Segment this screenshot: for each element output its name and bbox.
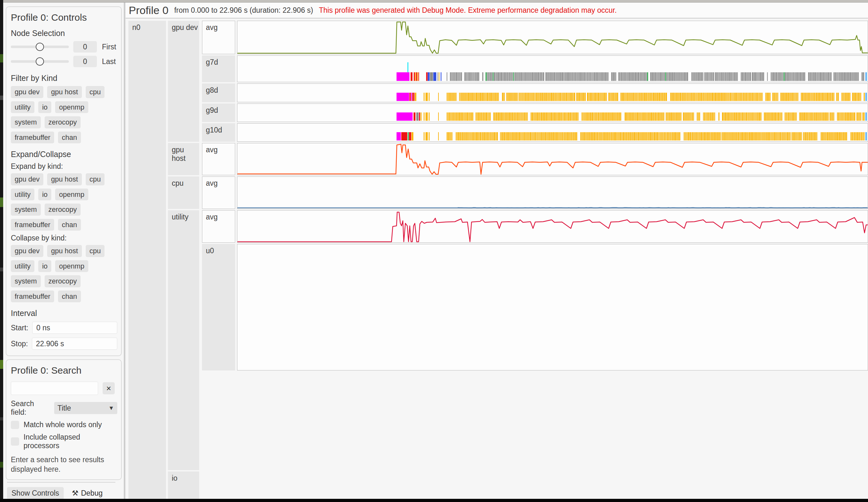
chart-canvas-g10d-4[interactable] [237, 124, 868, 142]
chart-canvas-avg-6[interactable] [237, 177, 868, 209]
node-first-slider-knob[interactable] [36, 43, 44, 51]
interval-stop-input[interactable]: 22.906 s [32, 338, 117, 350]
chart-u0[interactable] [237, 244, 868, 370]
search-field-value: Title [58, 404, 71, 412]
include-collapsed-label: Include collapsed processors [23, 433, 117, 450]
debug-button[interactable]: ⚒ Debug [72, 489, 103, 498]
search-panel: Profile 0: Search × Search field: Title … [6, 359, 122, 480]
filter-kind-button-gpu-dev[interactable]: gpu dev [11, 86, 43, 98]
expand-kind-button-openmp[interactable]: openmp [55, 189, 88, 201]
filter-kind-button-io[interactable]: io [38, 101, 51, 113]
expand-kind-button-system[interactable]: system [11, 203, 41, 216]
search-field-dropdown[interactable]: Title ▼ [54, 402, 117, 414]
expand-kind-button-framebuffer[interactable]: framebuffer [11, 219, 54, 231]
proc-label-utility-avg[interactable]: avg [202, 210, 235, 243]
chart-g8d[interactable] [237, 83, 868, 102]
desktop-speck [0, 96, 3, 100]
proc-label-gpu-dev-avg[interactable]: avg [202, 21, 235, 54]
filter-kind-button-framebuffer[interactable]: framebuffer [11, 132, 54, 144]
chart-gpu-host-avg[interactable] [237, 143, 868, 175]
filter-kind-button-utility[interactable]: utility [11, 101, 34, 113]
collapse-kind-button-cpu[interactable]: cpu [86, 245, 104, 257]
chart-g9d[interactable] [237, 104, 868, 122]
kind-cell-io[interactable]: io [168, 471, 199, 502]
collapse-kind-button-utility[interactable]: utility [11, 260, 34, 272]
node-first-slider[interactable] [11, 45, 69, 48]
search-clear-button[interactable]: × [103, 382, 115, 394]
expand-collapse-heading: Expand/Collapse [11, 150, 117, 159]
expand-kind-button-gpu-dev[interactable]: gpu dev [11, 173, 43, 185]
desktop-speck [0, 417, 3, 420]
collapse-kind-button-chan[interactable]: chan [58, 291, 81, 303]
expand-by-kind-label: Expand by kind: [11, 162, 117, 171]
collapse-kind-button-gpu-dev[interactable]: gpu dev [11, 245, 43, 257]
collapse-kind-button-openmp[interactable]: openmp [55, 260, 88, 272]
page-title: Profile 0 [129, 4, 168, 17]
node-first-value[interactable]: 0 [73, 41, 97, 53]
chart-canvas-g9d-3[interactable] [237, 104, 868, 122]
show-controls-button[interactable]: Show Controls [7, 487, 64, 500]
kind-cell-cpu[interactable]: cpu [168, 177, 199, 209]
filter-kind-button-system[interactable]: system [11, 116, 41, 128]
proc-label-cpu-avg[interactable]: avg [202, 177, 235, 209]
chart-canvas-g8d-2[interactable] [237, 84, 868, 102]
collapse-kind-button-zerocopy[interactable]: zerocopy [45, 275, 81, 287]
chart-g10d[interactable] [237, 123, 868, 142]
collapse-kind-button-system[interactable]: system [11, 275, 41, 287]
chart-canvas-g7d-1[interactable] [237, 56, 868, 82]
expand-kind-button-utility[interactable]: utility [11, 189, 34, 201]
proc-label-g9d[interactable]: g9d [202, 104, 235, 122]
proc-label-gpu-host-avg[interactable]: avg [202, 143, 235, 175]
collapse-kind-button-gpu-host[interactable]: gpu host [47, 245, 82, 257]
filter-kind-button-gpu-host[interactable]: gpu host [47, 86, 82, 98]
node-cell-n0[interactable]: n0 [128, 21, 166, 502]
expand-kind-button-zerocopy[interactable]: zerocopy [45, 203, 81, 216]
include-collapsed-checkbox[interactable] [11, 437, 19, 446]
proc-label-u0[interactable]: u0 [202, 244, 235, 370]
kind-cell-utility[interactable]: utility [168, 210, 199, 470]
node-first-label: First [102, 43, 116, 51]
match-whole-words-checkbox[interactable] [11, 421, 19, 429]
chart-cpu-avg[interactable] [237, 177, 868, 209]
expand-kind-button-gpu-host[interactable]: gpu host [47, 173, 82, 185]
debug-hammer-icon: ⚒ [72, 489, 79, 497]
filter-kind-button-cpu[interactable]: cpu [86, 86, 104, 98]
panel-divider[interactable] [124, 2, 125, 499]
profile-range-text: from 0.000 to 22.906 s (duration: 22.906… [174, 6, 313, 15]
chart-utility-avg[interactable] [237, 210, 868, 243]
expand-kind-button-io[interactable]: io [38, 189, 51, 201]
window-top-chrome [3, 0, 868, 2]
interval-start-input[interactable]: 0 ns [32, 322, 117, 334]
node-last-value[interactable]: 0 [73, 56, 97, 67]
proc-label-g7d[interactable]: g7d [202, 55, 235, 82]
search-input[interactable] [11, 381, 98, 395]
desktop-speck [0, 198, 3, 207]
filter-kind-button-zerocopy[interactable]: zerocopy [45, 116, 81, 128]
search-hint-text: Enter a search to see results displayed … [11, 455, 106, 474]
chart-canvas-u0-8[interactable] [237, 244, 868, 370]
chart-g7d[interactable] [237, 55, 868, 82]
kind-cell-gpu-dev[interactable]: gpu dev [168, 21, 199, 142]
node-last-slider-knob[interactable] [36, 57, 44, 66]
desktop-speck [0, 268, 3, 271]
chart-canvas-avg-7[interactable] [237, 211, 868, 242]
filter-kind-button-chan[interactable]: chan [58, 132, 81, 144]
chart-canvas-avg-0[interactable] [237, 21, 868, 54]
filter-kind-button-openmp[interactable]: openmp [55, 101, 88, 113]
profile-header: Profile 0 from 0.000 to 22.906 s (durati… [125, 2, 868, 19]
expand-kind-button-cpu[interactable]: cpu [86, 173, 104, 185]
proc-label-g8d[interactable]: g8d [202, 83, 235, 102]
chart-gpu-dev-avg[interactable] [237, 21, 868, 54]
node-last-slider[interactable] [11, 60, 69, 63]
chart-canvas-avg-5[interactable] [237, 143, 868, 175]
filter-heading: Filter by Kind [11, 74, 117, 83]
search-field-label: Search field: [11, 399, 50, 417]
kind-cell-gpu-host[interactable]: gpu host [168, 143, 199, 175]
main-panel: Profile 0 from 0.000 to 22.906 s (durati… [125, 2, 868, 499]
collapse-kind-button-io[interactable]: io [38, 260, 51, 272]
proc-label-g10d[interactable]: g10d [202, 123, 235, 142]
controls-panel: Profile 0: Controls Node Selection 0 Fir… [6, 7, 122, 356]
desktop-bottom-bar [0, 499, 868, 502]
expand-kind-button-chan[interactable]: chan [58, 219, 81, 231]
collapse-kind-button-framebuffer[interactable]: framebuffer [11, 291, 54, 303]
